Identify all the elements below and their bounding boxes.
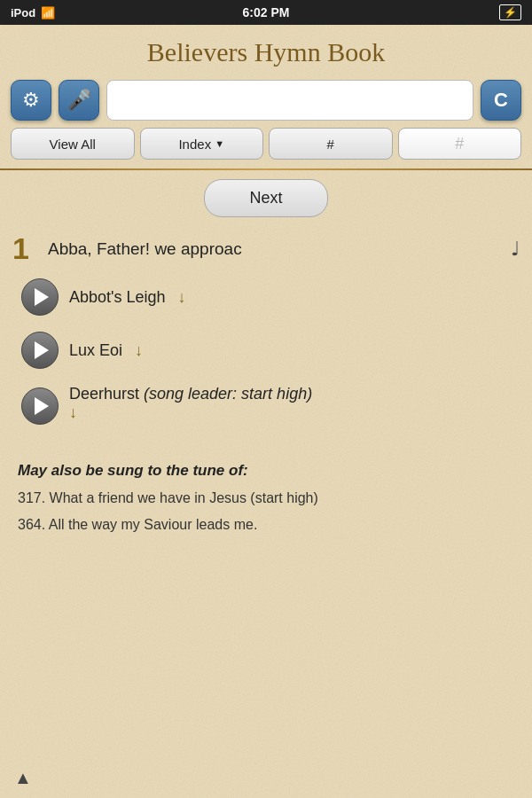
clear-button[interactable]: C <box>481 80 521 121</box>
tune-note-1: ↓ <box>178 288 186 307</box>
tune-text-3: Deerhurst (song leader: start high) ↓ <box>69 385 520 422</box>
view-all-button[interactable]: View All <box>11 128 135 160</box>
play-button-1[interactable] <box>21 278 59 316</box>
status-bar: iPod 📶 6:02 PM ⚡ <box>0 0 532 25</box>
also-sung-section: May also be sung to the tune of: 317. Wh… <box>0 453 532 552</box>
back-button[interactable]: ▲ <box>14 768 32 788</box>
tune-note-3: ↓ <box>69 403 77 421</box>
hash-label: # <box>327 137 334 152</box>
also-sung-title: May also be sung to the tune of: <box>18 462 514 480</box>
microphone-icon: 🎤 <box>67 89 91 112</box>
toolbar: ⚙ 🎤 C <box>0 76 532 128</box>
device-label: iPod <box>11 6 35 20</box>
hymn-title-row: 1 Abba, Father! we approac ♩ <box>12 231 520 266</box>
tune-row-2: Lux Eoi ↓ <box>12 332 520 369</box>
section-divider <box>0 168 532 170</box>
hymn-entry: 1 Abba, Father! we approac ♩ Abbot's Lei… <box>0 231 532 450</box>
settings-icon: ⚙ <box>22 89 40 112</box>
bottom-nav: ▲ <box>0 757 532 798</box>
app-title: Believers Hymn Book <box>0 25 532 76</box>
next-button[interactable]: Next <box>204 179 327 217</box>
music-note-icon: ♩ <box>511 238 520 261</box>
dropdown-icon: ▼ <box>215 138 224 149</box>
microphone-button[interactable]: 🎤 <box>59 80 99 121</box>
hash-button[interactable]: # <box>269 128 393 160</box>
next-button-wrap: Next <box>0 179 532 217</box>
battery-icon: ⚡ <box>499 4 521 20</box>
play-icon-2 <box>35 341 49 359</box>
play-button-3[interactable] <box>21 387 59 425</box>
hash-active-display: # <box>398 128 522 160</box>
play-button-2[interactable] <box>21 332 59 369</box>
index-label: Index <box>178 137 211 152</box>
also-sung-item-2[interactable]: 364. All the way my Saviour leads me. <box>18 515 514 535</box>
filter-bar: View All Index ▼ # # <box>0 128 532 168</box>
tune-row-3: Deerhurst (song leader: start high) ↓ <box>12 385 520 425</box>
next-label: Next <box>249 189 282 207</box>
tune-name-2: Lux Eoi <box>69 341 122 360</box>
status-left: iPod 📶 <box>11 6 55 20</box>
search-input[interactable] <box>106 80 473 121</box>
clear-label: C <box>494 89 508 112</box>
status-right: ⚡ <box>499 4 521 20</box>
also-sung-item-1[interactable]: 317. What a friend we have in Jesus (sta… <box>18 489 514 508</box>
play-icon-3 <box>35 397 49 415</box>
hymn-number: 1 <box>12 231 39 266</box>
index-button[interactable]: Index ▼ <box>140 128 264 160</box>
tune-name-1: Abbot's Leigh <box>69 288 166 307</box>
tune-name-3: Deerhurst <box>69 385 139 403</box>
hymn-title-text[interactable]: Abba, Father! we approac <box>48 239 502 259</box>
play-icon-1 <box>35 288 49 306</box>
settings-button[interactable]: ⚙ <box>11 80 51 121</box>
hash-active-icon: # <box>455 135 464 153</box>
tune-row-1: Abbot's Leigh ↓ <box>12 278 520 316</box>
tune-italic-3: (song leader: start high) <box>144 385 312 403</box>
view-all-label: View All <box>50 137 96 152</box>
status-time: 6:02 PM <box>243 5 290 20</box>
tune-note-2: ↓ <box>135 341 143 360</box>
wifi-icon: 📶 <box>41 6 55 20</box>
